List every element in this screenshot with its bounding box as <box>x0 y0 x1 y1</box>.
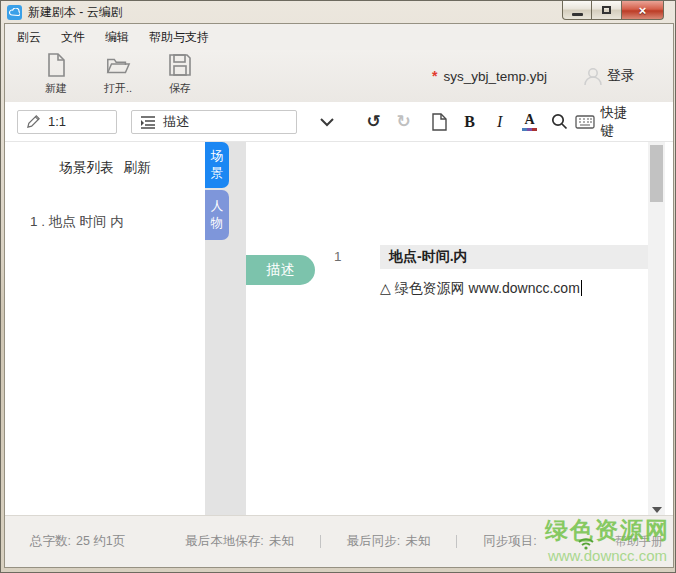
italic-icon: I <box>497 113 502 131</box>
block-type-value: 描述 <box>163 113 189 131</box>
minimize-button[interactable] <box>562 1 592 20</box>
keyboard-icon <box>575 115 595 129</box>
app-frame: 剧云 文件 编辑 帮助与支持 新建 打开.. 保存 * sys_ybj_t <box>4 23 674 568</box>
scene-heading[interactable]: 地点-时间.内 <box>380 245 648 269</box>
close-button[interactable]: × <box>621 1 664 20</box>
open-script-label: 打开.. <box>104 81 132 96</box>
scrollbar-thumb[interactable] <box>650 145 663 202</box>
open-script-button[interactable]: 打开.. <box>87 52 149 96</box>
search-button[interactable] <box>545 109 575 135</box>
format-toolbar: 1:1 描述 ↺ ↻ B I A <box>5 102 673 142</box>
sync-project: 同步项目: <box>483 533 536 550</box>
tab-characters[interactable]: 人物 <box>205 190 229 240</box>
user-avatar-icon <box>581 64 605 88</box>
menu-item-juyun[interactable]: 剧云 <box>17 29 41 46</box>
block-type-select[interactable]: 描述 <box>131 110 297 134</box>
last-local-save: 最后本地保存:未知 <box>185 533 293 550</box>
unsaved-indicator: * <box>432 68 437 84</box>
scene-list-header: 场景列表 刷新 <box>5 159 205 177</box>
statusbar: 总字数:25 约1页 最后本地保存:未知 最后同步:未知 同步项目: 帮助手册 <box>5 515 673 567</box>
zoom-level-control[interactable]: 1:1 <box>17 110 117 134</box>
content-area: 场景列表 刷新 1 . 地点 时间 内 场景 人物 描述 1 地点-时间.内 △… <box>5 142 673 517</box>
new-document-icon <box>43 52 69 78</box>
open-folder-icon <box>105 52 131 78</box>
maximize-icon <box>602 6 611 14</box>
vertical-scrollbar[interactable] <box>648 142 665 517</box>
undo-button[interactable]: ↺ <box>359 109 389 135</box>
toolbar-right: * sys_ybj_temp.ybj 登录 <box>432 50 673 102</box>
scene-list-panel: 场景列表 刷新 1 . 地点 时间 内 <box>5 142 205 517</box>
font-color-button[interactable]: A <box>515 109 545 135</box>
bold-button[interactable]: B <box>455 109 485 135</box>
font-color-icon: A <box>522 113 537 131</box>
app-logo-icon <box>7 5 22 20</box>
text-caret <box>581 280 582 296</box>
help-manual-link[interactable]: 帮助手册 <box>615 533 663 550</box>
titlebar[interactable]: 新建剧本 - 云编剧 × <box>1 1 675 23</box>
side-tabs: 场景 人物 <box>205 142 229 240</box>
window-title: 新建剧本 - 云编剧 <box>28 4 123 21</box>
filename-text: sys_ybj_temp.ybj <box>443 69 547 84</box>
menu-item-edit[interactable]: 编辑 <box>105 29 129 46</box>
save-script-label: 保存 <box>169 81 191 96</box>
script-body-text: △ 绿色资源网 www.downcc.com <box>380 280 580 296</box>
italic-button[interactable]: I <box>485 109 515 135</box>
scene-heading-row: 1 地点-时间.内 <box>246 244 648 269</box>
word-count: 总字数:25 约1页 <box>30 533 125 550</box>
menu-item-help[interactable]: 帮助与支持 <box>149 29 209 46</box>
app-window: 新建剧本 - 云编剧 × 剧云 文件 编辑 帮助与支持 新建 打开.. <box>0 0 676 573</box>
undo-icon: ↺ <box>367 111 381 132</box>
login-button[interactable]: 登录 <box>581 64 635 88</box>
shortcut-keys-button[interactable]: 快捷键 <box>575 104 673 140</box>
expand-toolbar-button[interactable] <box>319 117 335 127</box>
scene-list-item[interactable]: 1 . 地点 时间 内 <box>30 213 124 231</box>
filename-display: * sys_ybj_temp.ybj <box>432 68 547 84</box>
statusbar-divider <box>320 535 321 548</box>
search-icon <box>551 113 568 130</box>
close-icon: × <box>639 2 647 19</box>
menu-item-file[interactable]: 文件 <box>61 29 85 46</box>
script-editor[interactable]: 描述 1 地点-时间.内 △ 绿色资源网 www.downcc.com <box>246 142 648 517</box>
login-label: 登录 <box>607 67 635 85</box>
redo-icon: ↻ <box>397 111 411 132</box>
minimize-icon <box>572 13 583 16</box>
scene-list-title: 场景列表 <box>60 160 114 175</box>
list-indent-icon <box>140 115 156 129</box>
maximize-button[interactable] <box>592 1 621 20</box>
script-body-line[interactable]: △ 绿色资源网 www.downcc.com <box>380 280 582 298</box>
blank-page-icon <box>432 113 447 131</box>
save-floppy-icon <box>167 52 193 78</box>
tab-scenes[interactable]: 场景 <box>205 142 229 188</box>
new-script-button[interactable]: 新建 <box>25 52 87 96</box>
zoom-level-value: 1:1 <box>48 114 66 129</box>
new-script-label: 新建 <box>45 81 67 96</box>
bold-icon: B <box>464 113 475 131</box>
window-controls: × <box>562 1 664 20</box>
save-script-button[interactable]: 保存 <box>149 52 211 96</box>
last-sync: 最后同步:未知 <box>347 533 430 550</box>
scene-number: 1 <box>334 249 364 264</box>
shortcut-keys-label: 快捷键 <box>601 104 641 140</box>
statusbar-divider <box>456 535 457 548</box>
chevron-down-icon <box>319 117 335 127</box>
new-page-button[interactable] <box>425 109 455 135</box>
refresh-button[interactable]: 刷新 <box>123 160 150 175</box>
menubar: 剧云 文件 编辑 帮助与支持 <box>5 24 673 50</box>
pencil-icon <box>26 114 41 129</box>
main-toolbar: 新建 打开.. 保存 * sys_ybj_temp.ybj 登录 <box>5 50 673 102</box>
scroll-down-arrow[interactable] <box>652 507 662 513</box>
redo-button[interactable]: ↻ <box>389 109 419 135</box>
